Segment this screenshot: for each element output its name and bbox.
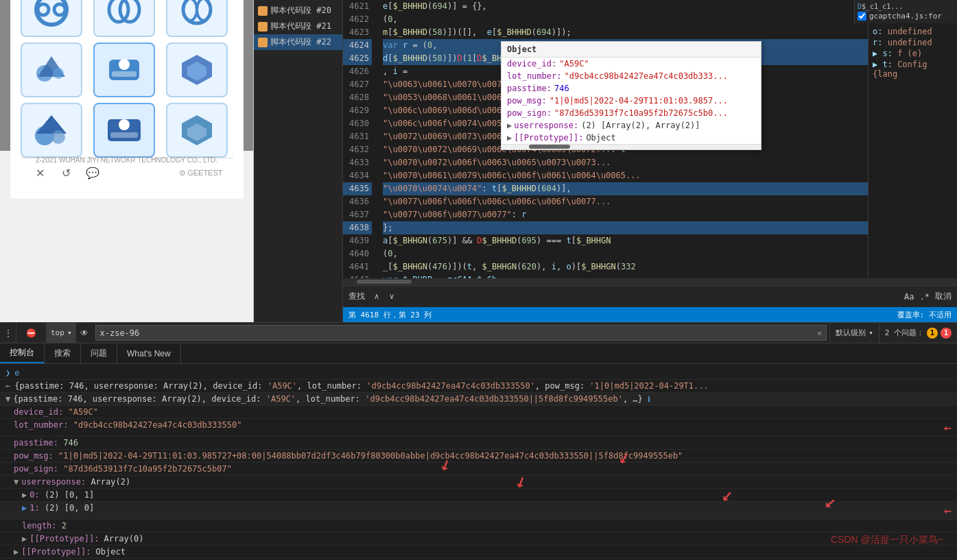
- ln-4632: 4632: [343, 143, 372, 156]
- devtools-tab-bar: ⋮ ⛔ top ▾ 👁 ✕ 默认级别 ▾ 2 个问题： 1 1: [0, 323, 957, 343]
- tooltip-title: Object: [501, 42, 761, 58]
- find-bar: 查找 ∧ ∨ Aa .* 取消: [343, 285, 957, 307]
- level-selector: 默认级别 ▾: [829, 323, 879, 343]
- code-line-4642: var $_BHBP = zcCAA.$_Cb: [383, 273, 868, 278]
- find-label: 查找: [348, 291, 365, 302]
- ln-4639: 4639: [343, 234, 372, 247]
- captcha-cell-8[interactable]: [93, 103, 155, 158]
- ln-4641: 4641: [343, 260, 372, 273]
- prop-userresponse: ▼ userresponse: Array(2): [0, 476, 957, 489]
- console-output-obj: ← {passtime: 746, userresponse: Array(2)…: [0, 380, 957, 393]
- ln-4626: 4626: [343, 65, 372, 78]
- ln-4623: 4623: [343, 26, 372, 39]
- checkbox-row: gcaptcha4.js:for: [858, 12, 954, 21]
- tab-stop-button[interactable]: ⛔: [16, 323, 47, 343]
- ln-4634: 4634: [343, 169, 372, 182]
- svg-point-18: [51, 130, 65, 144]
- captcha-panel: 请点击相邻两个图标完成消消乐: [0, 0, 254, 322]
- prop-passtime: passtime: 746: [0, 437, 957, 450]
- prop-device-id: device_id: "A59C": [0, 406, 957, 419]
- geetest-logo: ⊙ GEETEST: [179, 169, 222, 178]
- ln-4628: 4628: [343, 91, 372, 104]
- h-scrollbar-thumb[interactable]: [357, 280, 412, 284]
- ln-4629: 4629: [343, 104, 372, 117]
- code-line-4622: (0,: [383, 13, 868, 26]
- code-line-4637: "\u0077\u006f\u0077\u0077": r: [383, 208, 868, 221]
- prop-powsign: pow_sign: "87d36d53913f7c10a95f2b72675c5…: [0, 463, 957, 476]
- prop-prototype-array: ▶ [[Prototype]]: Array(0): [0, 533, 957, 546]
- svg-rect-21: [110, 132, 138, 138]
- top-right-indicator: D$_c1_c1...: [858, 3, 954, 10]
- console-expanded-obj: ▼ {passtime: 746, userresponse: Array(2)…: [0, 393, 957, 406]
- devtools-subtabs: 控制台 搜索 问题 What's New: [0, 343, 957, 364]
- captcha-cell-1[interactable]: [21, 0, 82, 37]
- find-regex-btn[interactable]: .*: [920, 292, 930, 302]
- captcha-cell-6[interactable]: [166, 42, 228, 97]
- file-item-20[interactable]: 脚本代码段 #20: [254, 3, 342, 19]
- captcha-cell-4[interactable]: [21, 42, 82, 97]
- ln-4633: 4633: [343, 156, 372, 169]
- arrow-user1: ←: [944, 503, 952, 518]
- svg-point-6: [183, 0, 197, 21]
- tab-whats-new[interactable]: What's New: [117, 343, 181, 363]
- code-content: 4621 4622 4623 4624 4625 4626 4627 4628 …: [343, 0, 957, 278]
- status-bar: 第 4618 行，第 23 列 覆盖率: 不适用: [343, 307, 957, 322]
- captcha-cell-2[interactable]: [93, 0, 155, 37]
- svg-point-12: [119, 59, 130, 70]
- devtools-drag-handle[interactable]: ⋮: [0, 323, 16, 343]
- arrow-lot: ←: [944, 420, 952, 435]
- code-line-4621: e[$_BHHHD(694)] = {},: [383, 0, 868, 13]
- filter-clear-button[interactable]: ✕: [817, 328, 822, 338]
- ln-4642: 4642: [343, 273, 372, 278]
- find-aa-btn[interactable]: Aa: [904, 292, 914, 302]
- ln-4627: 4627: [343, 78, 372, 91]
- find-next-button[interactable]: ∨: [386, 291, 398, 302]
- find-options: Aa .* 取消: [904, 291, 952, 302]
- prop-powmsg: pow_msg: "1|0|md5|2022-04-29T11:01:03.98…: [0, 450, 957, 463]
- captcha-cell-3[interactable]: [166, 0, 228, 37]
- top-frame-selector[interactable]: top ▾: [47, 323, 76, 343]
- captcha-cell-5[interactable]: [93, 42, 155, 97]
- code-line-4635: "\u0070\u0074\u0074": t[$_BHHHD(604)],: [383, 182, 868, 195]
- warn-badge: 1: [927, 328, 938, 339]
- code-editor: D$_c1_c1... gcaptcha4.js:for 4621 4622 4…: [343, 0, 957, 322]
- cancel-find-button[interactable]: 取消: [935, 291, 952, 302]
- tab-issues[interactable]: 问题: [81, 343, 117, 363]
- code-line-4633: "\u0070\u0072\u006f\u0063\u0065\u0073\u0…: [383, 156, 868, 169]
- tooltip-row-lot: lot_number: "d9cb4cc98b42427ea47c4c03db3…: [501, 70, 761, 82]
- svg-point-20: [119, 119, 130, 130]
- prop-user-1: ▶ 1: (2) [0, 0] ←: [0, 502, 957, 520]
- issues-indicator: 2 个问题： 1 1: [879, 323, 957, 343]
- find-prev-button[interactable]: ∧: [370, 291, 383, 302]
- tooltip-row-device: device_id: "A59C": [501, 58, 761, 70]
- tab-search[interactable]: 搜索: [45, 343, 81, 363]
- file-list-panel: 脚本代码段 #20 脚本代码段 #21 脚本代码段 #22: [254, 0, 343, 322]
- svg-point-10: [53, 68, 64, 79]
- captcha-cell-9[interactable]: [166, 103, 228, 158]
- eye-button[interactable]: 👁: [76, 323, 93, 343]
- h-scrollbar[interactable]: [343, 278, 957, 285]
- cursor-position: 第 4618 行，第 23 列: [348, 310, 432, 320]
- code-lines: e[$_BHHHD(694)] = {}, (0, m[$_BHHHD(58)]…: [377, 0, 868, 278]
- file-item-21[interactable]: 脚本代码段 #21: [254, 19, 342, 34]
- console-filter-input[interactable]: [100, 328, 817, 338]
- file-icon: [258, 6, 268, 16]
- tooltip-row-prototype[interactable]: ▶ [[Prototype]]: Object: [501, 132, 761, 144]
- tab-console[interactable]: 控制台: [0, 343, 45, 363]
- object-tooltip: Object device_id: "A59C" lot_number: "d9…: [501, 41, 761, 150]
- tooltip-row-userresponse[interactable]: ▶ userresponse: (2) [Array(2), Array(2)]: [501, 119, 761, 132]
- file-icon: [258, 22, 268, 32]
- tooltip-row-powmsg: pow_msg: "1|0|md5|2022-04-29T11:01:03.98…: [501, 95, 761, 107]
- level-label: 默认级别: [836, 328, 866, 338]
- var-r: r: undefined: [873, 37, 953, 48]
- file-item-22[interactable]: 脚本代码段 #22: [254, 34, 342, 50]
- console-filter-container: ✕: [95, 325, 827, 341]
- svg-marker-17: [36, 115, 67, 134]
- tooltip-row-passtime: passtime: 746: [501, 82, 761, 95]
- ln-4637: 4637: [343, 208, 372, 221]
- code-line-4623: m[$_BHHHD(58)])([], e[$_BHHHD(694)]);: [383, 26, 868, 39]
- ln-4638: 4638: [343, 221, 372, 234]
- gcaptcha-checkbox[interactable]: [858, 12, 866, 21]
- ln-4622: 4622: [343, 13, 372, 26]
- captcha-cell-7[interactable]: [21, 103, 82, 158]
